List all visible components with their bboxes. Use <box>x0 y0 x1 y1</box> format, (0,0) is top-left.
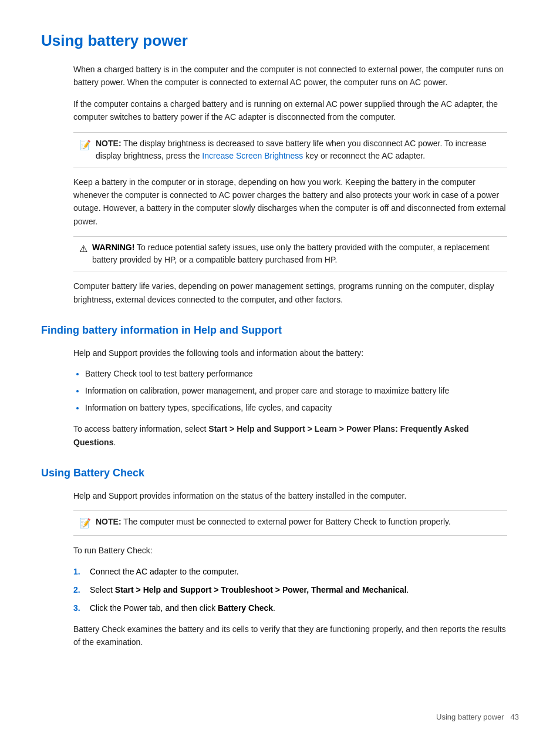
bullet-text-3: Information on battery types, specificat… <box>85 403 332 412</box>
step-3-pre: Click the Power tab, and then click <box>90 603 218 613</box>
paragraph-3: Keep a battery in the computer or in sto… <box>73 176 507 228</box>
intro-paragraph-1: When a charged battery is in the compute… <box>73 63 507 89</box>
step-number-3: 3. <box>73 602 84 614</box>
note-box-2: 📝 NOTE: The computer must be connected t… <box>73 510 507 536</box>
list-item: Information on battery types, specificat… <box>85 402 507 414</box>
page-footer: Using battery power 43 <box>436 711 519 723</box>
paragraph-4: Computer battery life varies, depending … <box>73 280 507 306</box>
finding-access-para: To access battery information, select St… <box>73 422 507 449</box>
list-item: 2. Select Start > Help and Support > Tro… <box>73 584 507 596</box>
battery-check-section-title: Using Battery Check <box>41 465 519 481</box>
warning-text-1: WARNING! To reduce potential safety issu… <box>92 241 501 266</box>
finding-intro: Help and Support provides the following … <box>73 347 507 359</box>
step-number-1: 1. <box>73 566 84 578</box>
warning-label-1: WARNING! <box>92 243 134 252</box>
run-battery-check-text: To run Battery Check: <box>73 544 507 557</box>
battery-check-closing: Battery Check examines the battery and i… <box>73 623 507 649</box>
note-label-2: NOTE: <box>96 517 122 526</box>
battery-check-intro: Help and Support provides information on… <box>73 489 507 502</box>
page-title: Using battery power <box>41 29 519 52</box>
note-body-1b: key or reconnect the AC adapter. <box>303 151 425 160</box>
note-label-1: NOTE: <box>96 139 122 148</box>
list-item: Information on calibration, power manage… <box>85 385 507 397</box>
list-item: 3. Click the Power tab, and then click B… <box>73 602 507 614</box>
step-text-2: Select Start > Help and Support > Troubl… <box>90 584 409 596</box>
finding-access-pre: To access battery information, select <box>73 424 208 434</box>
warning-box-1: ⚠ WARNING! To reduce potential safety is… <box>73 236 507 271</box>
warning-body-1b: To reduce potential safety issues, use o… <box>92 243 490 264</box>
footer-page: 43 <box>511 713 519 721</box>
note-box-1: 📝 NOTE: The display brightness is decrea… <box>73 132 507 167</box>
step-3-bold: Battery Check <box>218 603 273 613</box>
intro-paragraph-2: If the computer contains a charged batte… <box>73 98 507 124</box>
step-2-bold: Start > Help and Support > Troubleshoot … <box>115 585 407 594</box>
step-3-post: . <box>273 603 275 613</box>
warning-icon-1: ⚠ <box>79 242 87 256</box>
step-text-3: Click the Power tab, and then click Batt… <box>90 602 275 614</box>
bullet-text-2: Information on calibration, power manage… <box>85 386 449 395</box>
step-2-post: . <box>407 585 409 594</box>
note-icon-2: 📝 <box>79 516 91 530</box>
finding-bullets: Battery Check tool to test battery perfo… <box>85 368 507 414</box>
step-number-2: 2. <box>73 584 84 596</box>
note-icon-1: 📝 <box>79 138 91 152</box>
note-body-2b: The computer must be connected to extern… <box>123 517 451 526</box>
footer-text: Using battery power <box>436 713 504 721</box>
step-text-1: Connect the AC adapter to the computer. <box>90 566 239 578</box>
bullet-text-1: Battery Check tool to test battery perfo… <box>85 369 253 378</box>
increase-brightness-link[interactable]: Increase Screen Brightness <box>202 151 303 160</box>
step-2-pre: Select <box>90 585 115 594</box>
finding-section-title: Finding battery information in Help and … <box>41 322 519 338</box>
battery-check-steps: 1. Connect the AC adapter to the compute… <box>73 566 507 614</box>
note-text-1: NOTE: The display brightness is decrease… <box>96 137 501 162</box>
note-text-2: NOTE: The computer must be connected to … <box>96 516 451 528</box>
list-item: Battery Check tool to test battery perfo… <box>85 368 507 380</box>
list-item: 1. Connect the AC adapter to the compute… <box>73 566 507 578</box>
finding-access-post: . <box>113 438 116 447</box>
